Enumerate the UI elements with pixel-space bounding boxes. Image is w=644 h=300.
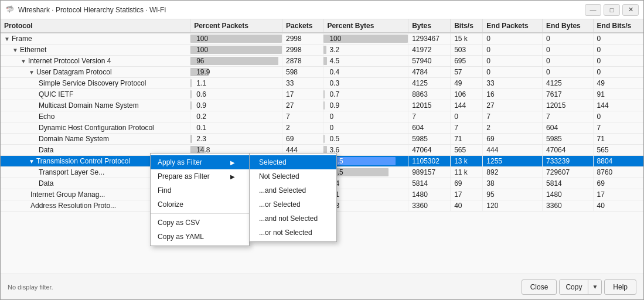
cell-endPkt: 0 bbox=[483, 33, 543, 45]
cell-bytes: 7 bbox=[408, 111, 451, 122]
table-row[interactable]: ▼Ethernet10029983.241972503000 bbox=[1, 45, 643, 56]
cell-protocol: Echo bbox=[1, 111, 190, 122]
table-row[interactable]: Echo0.27070770 bbox=[1, 111, 643, 122]
submenu-arrow-prepare: ▶ bbox=[230, 173, 235, 180]
window-title: Wireshark · Protocol Hierarchy Statistic… bbox=[18, 6, 166, 14]
copy-button-main[interactable]: Copy bbox=[560, 280, 588, 294]
cell-packets: 27 bbox=[282, 100, 323, 111]
menu-item-apply-as-filter[interactable]: Apply as Filter ▶ bbox=[151, 155, 249, 169]
table-row[interactable]: ▼Internet Protocol Version 49628784.5579… bbox=[1, 56, 643, 67]
cell-protocol: ▼User Datagram Protocol bbox=[1, 67, 190, 78]
cell-endBytes: 0 bbox=[543, 33, 593, 45]
cell-endPkt: 444 bbox=[483, 145, 543, 156]
cell-bytes: 57940 bbox=[408, 56, 451, 67]
cell-bytes: 5985 bbox=[408, 134, 451, 145]
cell-endBytes: 3360 bbox=[543, 200, 593, 212]
cell-percent-bytes: 0.9 bbox=[323, 100, 408, 111]
cell-packets: 69 bbox=[282, 134, 323, 145]
menu-item-prepare-as-filter[interactable]: Prepare as Filter ▶ bbox=[151, 169, 249, 183]
expand-icon: ▼ bbox=[29, 69, 35, 76]
table-row[interactable]: Domain Name System2.3690.559857169598571 bbox=[1, 134, 643, 145]
menu-item-apply-label: Apply as Filter bbox=[158, 158, 202, 166]
cell-endPkt: 0 bbox=[483, 56, 543, 67]
cell-endBitss: 7 bbox=[593, 122, 643, 134]
table-row[interactable]: ▼User Datagram Protocol19.95980.44784570… bbox=[1, 67, 643, 78]
submenu-item-not-selected[interactable]: Not Selected bbox=[250, 169, 336, 183]
help-button[interactable]: Help bbox=[604, 279, 636, 295]
expand-icon: ▼ bbox=[29, 158, 35, 165]
cell-protocol: ▼Ethernet bbox=[1, 45, 190, 56]
col-percent-bytes: Percent Bytes bbox=[323, 19, 408, 33]
cell-endPkt: 0 bbox=[483, 45, 543, 56]
table-row[interactable]: Multicast Domain Name System0.9270.91201… bbox=[1, 100, 643, 111]
cell-percent-packets: 1.1 bbox=[190, 78, 282, 89]
cell-endBitss: 0 bbox=[593, 67, 643, 78]
menu-item-copy-yaml[interactable]: Copy as YAML bbox=[151, 230, 249, 244]
content-area: Protocol Percent Packets Packets Percent… bbox=[1, 19, 643, 274]
cell-endBytes: 5985 bbox=[543, 134, 593, 145]
cell-percent-bytes: 3.2 bbox=[323, 45, 408, 56]
title-bar: 🦈 Wireshark · Protocol Hierarchy Statist… bbox=[1, 1, 643, 19]
cell-packets: 7 bbox=[282, 111, 323, 122]
table-row[interactable]: ▼Frame1002998100129346715 k000 bbox=[1, 33, 643, 45]
cell-packets: 2878 bbox=[282, 56, 323, 67]
minimize-button[interactable]: — bbox=[585, 4, 601, 16]
cell-endBitss: 91 bbox=[593, 89, 643, 100]
cell-endPkt: 0 bbox=[483, 67, 543, 78]
cell-bitss: 503 bbox=[451, 45, 483, 56]
table-row[interactable]: Dynamic Host Configuration Protocol0.120… bbox=[1, 122, 643, 134]
menu-item-copy-csv[interactable]: Copy as CSV bbox=[151, 216, 249, 230]
table-row[interactable]: QUIC IETF0.6170.7886310616761791 bbox=[1, 89, 643, 100]
cell-bitss: 7 bbox=[451, 122, 483, 134]
menu-item-find-label: Find bbox=[158, 186, 171, 195]
cell-bitss: 11 k bbox=[451, 167, 483, 178]
cell-endBitss: 144 bbox=[593, 100, 643, 111]
cell-bitss: 40 bbox=[451, 200, 483, 212]
submenu-item-and-selected[interactable]: ...and Selected bbox=[250, 183, 336, 197]
submenu-item-and-not-selected[interactable]: ...and not Selected bbox=[250, 212, 336, 226]
copy-button-arrow[interactable]: ▼ bbox=[588, 280, 601, 294]
footer: No display filter. Close Copy ▼ Help bbox=[1, 274, 643, 299]
col-end-packets: End Packets bbox=[483, 19, 543, 33]
cell-protocol: ▼Frame bbox=[1, 33, 190, 45]
close-window-button[interactable]: ✕ bbox=[622, 4, 639, 16]
cell-packets: 33 bbox=[282, 78, 323, 89]
submenu-arrow-apply: ▶ bbox=[230, 159, 235, 166]
cell-bitss: 13 k bbox=[451, 156, 483, 167]
cell-endBytes: 12015 bbox=[543, 100, 593, 111]
menu-item-find[interactable]: Find bbox=[151, 183, 249, 197]
menu-item-colorize[interactable]: Colorize bbox=[151, 197, 249, 212]
cell-bitss: 565 bbox=[451, 145, 483, 156]
cell-protocol: Dynamic Host Configuration Protocol bbox=[1, 122, 190, 134]
cell-bytes: 1293467 bbox=[408, 33, 451, 45]
close-button[interactable]: Close bbox=[522, 279, 557, 295]
footer-buttons: Close Copy ▼ Help bbox=[522, 279, 636, 295]
cell-endBitss: 0 bbox=[593, 33, 643, 45]
cell-endBytes: 0 bbox=[543, 67, 593, 78]
cell-endPkt: 120 bbox=[483, 200, 543, 212]
cell-protocol: Domain Name System bbox=[1, 134, 190, 145]
cell-percent-packets: 0.2 bbox=[190, 111, 282, 122]
submenu-item-or-not-selected[interactable]: ...or not Selected bbox=[250, 226, 336, 240]
cell-bytes: 1480 bbox=[408, 189, 451, 200]
cell-endPkt: 892 bbox=[483, 167, 543, 178]
submenu-apply-filter: Selected Not Selected ...and Selected ..… bbox=[249, 153, 337, 242]
cell-endBytes: 604 bbox=[543, 122, 593, 134]
submenu-item-selected[interactable]: Selected bbox=[250, 155, 336, 169]
cell-percent-bytes: 0.3 bbox=[323, 78, 408, 89]
menu-divider bbox=[151, 213, 249, 214]
table-row[interactable]: Simple Service Discovery Protocol1.1330.… bbox=[1, 78, 643, 89]
cell-endPkt: 33 bbox=[483, 78, 543, 89]
cell-protocol: ▼Internet Protocol Version 4 bbox=[1, 56, 190, 67]
submenu-item-or-selected[interactable]: ...or Selected bbox=[250, 197, 336, 212]
cell-bytes: 1105302 bbox=[408, 156, 451, 167]
cell-bytes: 4784 bbox=[408, 67, 451, 78]
table-header-row: Protocol Percent Packets Packets Percent… bbox=[1, 19, 643, 33]
cell-endBitss: 49 bbox=[593, 78, 643, 89]
cell-percent-packets: 19.9 bbox=[190, 67, 282, 78]
cell-percent-packets: 100 bbox=[190, 45, 282, 56]
cell-endBitss: 71 bbox=[593, 134, 643, 145]
menu-item-colorize-label: Colorize bbox=[158, 200, 183, 209]
maximize-button[interactable]: □ bbox=[604, 4, 620, 16]
cell-protocol: Multicast Domain Name System bbox=[1, 100, 190, 111]
